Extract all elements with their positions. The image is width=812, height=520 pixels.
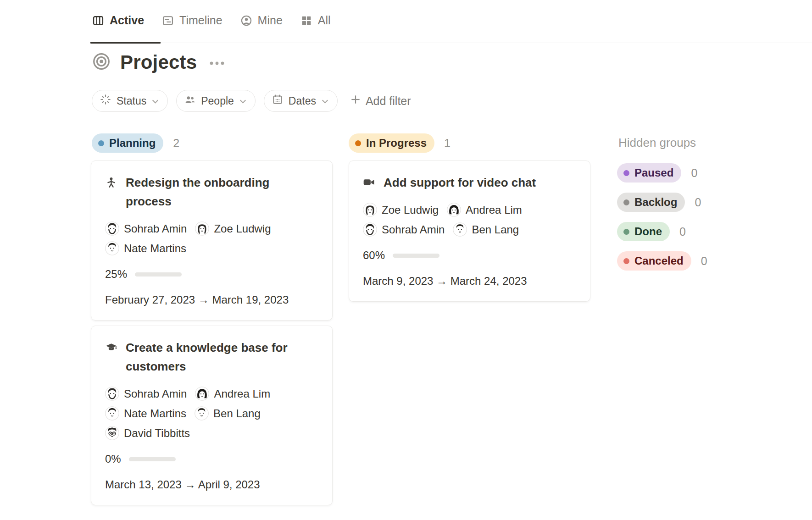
card-date-range: February 27, 2023 → March 19, 2023: [105, 293, 317, 306]
person-name: Nate Martins: [124, 242, 186, 255]
grid-icon: [300, 14, 313, 27]
person-chip: Nate Martins: [105, 241, 186, 255]
tab-all[interactable]: All: [300, 14, 331, 27]
plus-icon: [350, 94, 362, 108]
avatar: [105, 426, 119, 440]
avatar: [195, 406, 209, 420]
person-chip: Ben Lang: [453, 222, 519, 237]
status-pill-planning[interactable]: Planning: [92, 133, 163, 153]
person-name: Ben Lang: [472, 223, 519, 236]
person-name: Ben Lang: [213, 407, 261, 420]
person-chip: Andrea Lim: [195, 387, 270, 401]
status-dot: [623, 199, 629, 205]
person-name: Sohrab Amin: [382, 223, 445, 236]
filter-status[interactable]: Status: [92, 90, 168, 112]
timeline-icon: [161, 14, 174, 27]
tab-label: Timeline: [179, 14, 222, 27]
tab-timeline[interactable]: Timeline: [161, 14, 222, 27]
people-icon: [184, 94, 196, 108]
filter-bar: Status People Dates: [92, 90, 411, 112]
group-count: 0: [695, 196, 701, 209]
card-title: Create a knowledge base for customers: [126, 338, 299, 376]
column-count: 1: [444, 137, 450, 150]
status-pill-in-progress[interactable]: In Progress: [349, 133, 434, 153]
person-chip: Sohrab Amin: [105, 221, 187, 236]
person-chip: Sohrab Amin: [363, 222, 445, 237]
tab-active[interactable]: Active: [92, 14, 144, 27]
card-people: Sohrab Amin Zoe Ludwig Nate Martins: [105, 221, 317, 255]
active-tab-underline: [90, 42, 161, 44]
avatar: [105, 241, 119, 255]
status-pill-done[interactable]: Done: [617, 222, 670, 241]
progress-row: 0%: [105, 453, 317, 465]
calendar-icon: [272, 94, 284, 108]
target-icon: [92, 52, 111, 73]
chevron-down-icon: [151, 95, 159, 107]
project-card-redesign-onboarding[interactable]: Redesign the onboarding process Sohrab A…: [91, 160, 333, 321]
progress-label: 60%: [363, 249, 385, 262]
tab-mine[interactable]: Mine: [240, 14, 283, 27]
progress-label: 0%: [105, 453, 121, 465]
chevron-down-icon: [239, 95, 247, 107]
hidden-group-backlog: Backlog 0: [617, 193, 707, 212]
video-camera-icon: [363, 176, 375, 192]
filter-people[interactable]: People: [176, 90, 256, 112]
person-name: Zoe Ludwig: [214, 222, 271, 235]
view-tab-bar: Active Timeline Mine All: [0, 0, 812, 43]
tab-bar-divider: [92, 43, 812, 43]
more-icon[interactable]: [209, 60, 228, 68]
person-chip: Ben Lang: [195, 406, 261, 420]
status-dot: [98, 140, 104, 146]
avatar: [363, 203, 377, 217]
status-dot: [623, 258, 629, 264]
avatar: [363, 222, 377, 237]
status-pill-canceled[interactable]: Canceled: [617, 251, 691, 271]
person-name: Nate Martins: [124, 407, 186, 420]
status-label: Done: [634, 225, 662, 238]
person-name: David Tibbitts: [124, 427, 190, 440]
avatar: [447, 203, 461, 217]
status-label: Planning: [109, 137, 156, 149]
hidden-group-paused: Paused 0: [617, 163, 707, 183]
hidden-groups-title: Hidden groups: [618, 136, 696, 150]
chevron-down-icon: [321, 95, 329, 107]
status-dot: [623, 229, 629, 235]
status-label: In Progress: [366, 137, 427, 149]
person-circle-icon: [240, 14, 253, 27]
avatar: [195, 221, 209, 236]
avatar: [453, 222, 467, 237]
add-filter-button[interactable]: Add filter: [350, 94, 411, 108]
group-count: 0: [679, 225, 686, 238]
filter-dates[interactable]: Dates: [264, 90, 338, 112]
person-name: Sohrab Amin: [124, 222, 187, 235]
person-chip: Zoe Ludwig: [195, 221, 271, 236]
card-date-range: March 13, 2023 → April 9, 2023: [105, 478, 317, 491]
status-burst-icon: [100, 94, 111, 108]
column-header-in-progress: In Progress 1: [349, 133, 450, 153]
person-name: Sohrab Amin: [124, 387, 187, 400]
card-title: Redesign the onboarding process: [126, 173, 299, 211]
status-label: Canceled: [634, 254, 684, 267]
card-people: Sohrab Amin Andrea Lim Nate Martins Ben …: [105, 387, 317, 440]
person-name: Zoe Ludwig: [382, 204, 439, 216]
person-chip: Nate Martins: [105, 406, 186, 420]
status-pill-backlog[interactable]: Backlog: [617, 193, 685, 212]
page-header: Projects: [92, 51, 228, 73]
projects-board-page: Active Timeline Mine All: [0, 0, 812, 520]
tab-label: All: [318, 14, 331, 27]
group-count: 0: [701, 254, 707, 268]
avatar: [195, 387, 209, 401]
project-card-knowledge-base[interactable]: Create a knowledge base for customers So…: [91, 326, 333, 505]
status-dot: [355, 140, 361, 146]
progress-label: 25%: [105, 268, 127, 281]
status-pill-paused[interactable]: Paused: [617, 163, 681, 183]
project-card-video-chat[interactable]: Add support for video chat Zoe Ludwig An…: [349, 160, 590, 302]
person-icon: [105, 176, 117, 211]
card-people: Zoe Ludwig Andrea Lim Sohrab Amin Ben La…: [363, 203, 575, 237]
hidden-groups-list: Paused 0 Backlog 0 Done 0 Canceled 0: [617, 163, 707, 271]
progress-bar: [129, 457, 176, 461]
board-icon: [92, 14, 105, 27]
person-name: Andrea Lim: [466, 204, 522, 216]
progress-bar: [393, 254, 439, 258]
progress-row: 25%: [105, 268, 317, 281]
